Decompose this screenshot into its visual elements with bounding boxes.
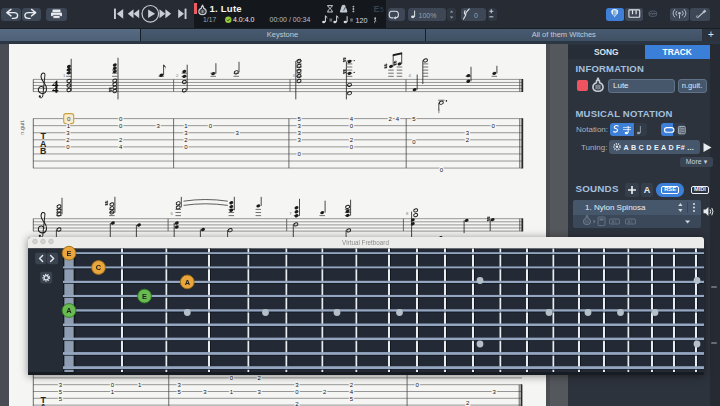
- svg-text:0: 0: [412, 139, 416, 145]
- svg-text:A: A: [644, 186, 651, 196]
- svg-text:1. Lute: 1. Lute: [210, 3, 242, 14]
- svg-text:0: 0: [474, 12, 478, 19]
- svg-text:4.0:4.0: 4.0:4.0: [233, 16, 255, 23]
- svg-text:4: 4: [409, 73, 412, 78]
- svg-text:n.guit.: n.guit.: [19, 119, 25, 135]
- svg-text:100%: 100%: [419, 12, 437, 19]
- svg-text:00:00 / 00:34: 00:00 / 00:34: [270, 16, 311, 23]
- svg-text:1/17: 1/17: [203, 16, 216, 23]
- svg-text:A5: A5: [611, 218, 617, 223]
- svg-text:0: 0: [67, 115, 71, 122]
- svg-text:E: E: [142, 292, 147, 301]
- svg-text:B: B: [40, 146, 46, 156]
- svg-text:1: 1: [63, 73, 66, 78]
- svg-text:5: 5: [380, 6, 384, 13]
- svg-text:7: 7: [289, 211, 292, 216]
- svg-text:A B C D E A D F# ...: A B C D E A D F# ...: [624, 143, 695, 152]
- svg-text:120: 120: [356, 16, 368, 25]
- svg-text:Virtual Fretboard: Virtual Fretboard: [342, 239, 389, 246]
- svg-text:3: 3: [293, 73, 296, 78]
- svg-text:A5: A5: [627, 218, 633, 223]
- svg-text:A: A: [40, 402, 47, 406]
- svg-text:0: 0: [440, 167, 444, 173]
- svg-text:A: A: [66, 306, 72, 315]
- svg-text:2: 2: [176, 73, 179, 78]
- svg-text:6: 6: [171, 211, 174, 216]
- svg-text:E: E: [67, 249, 72, 258]
- svg-text:E: E: [374, 4, 380, 14]
- svg-text:A: A: [185, 277, 191, 286]
- svg-text:C: C: [96, 263, 102, 272]
- svg-text:8: 8: [406, 211, 409, 216]
